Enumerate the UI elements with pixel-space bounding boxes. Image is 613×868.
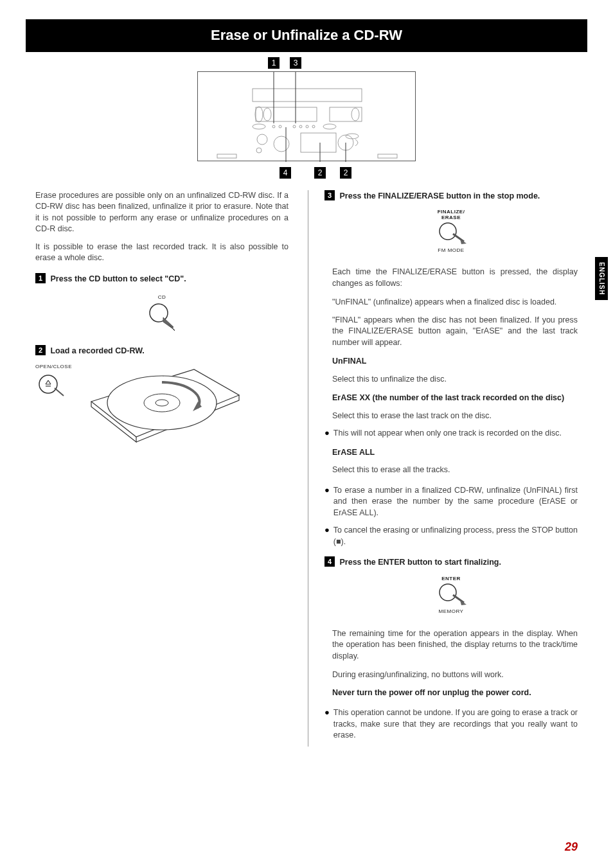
step3-p3: "FINAL" appears when the disc has not be… bbox=[332, 315, 578, 349]
svg-point-11 bbox=[306, 125, 308, 128]
callout-2a: 2 bbox=[314, 167, 326, 179]
page-title: Erase or Unfinalize a CD-RW bbox=[26, 19, 587, 52]
step4-p1: The remaining time for the operation app… bbox=[332, 628, 578, 662]
step3-num: 3 bbox=[324, 190, 335, 200]
svg-rect-20 bbox=[217, 154, 236, 158]
step4-p2: During erasing/unfinalizing, no buttons … bbox=[332, 669, 578, 681]
svg-rect-17 bbox=[301, 133, 336, 152]
step3-title: Press the FINALIZE/ERASE button in the s… bbox=[339, 191, 540, 200]
step1-num: 1 bbox=[35, 273, 46, 283]
bullet-icon: ● bbox=[324, 428, 330, 439]
step3-illus: FINALIZE/ ERASE FM MODE bbox=[324, 208, 578, 255]
svg-point-16 bbox=[256, 148, 262, 153]
step1-illus: CD bbox=[35, 291, 289, 333]
svg-point-6 bbox=[253, 124, 265, 129]
bullet-icon: ● bbox=[324, 707, 330, 741]
erasexx-bullet: This will not appear when only one track… bbox=[333, 428, 562, 439]
page-number: 29 bbox=[565, 839, 578, 855]
enter-label-top: ENTER bbox=[432, 575, 470, 582]
step4-num: 4 bbox=[324, 556, 335, 567]
svg-point-34 bbox=[440, 584, 456, 601]
step4-illus: ENTER MEMORY bbox=[324, 575, 578, 617]
callout-4: 4 bbox=[280, 167, 291, 179]
device-diagram: 1 3 bbox=[0, 71, 613, 164]
svg-point-33 bbox=[440, 223, 456, 240]
eraseall-title: ErASE ALL bbox=[332, 447, 578, 459]
svg-rect-21 bbox=[378, 154, 397, 158]
step2-num: 2 bbox=[35, 345, 46, 355]
step3-p1: Each time the FINALIZE/ERASE button is p… bbox=[332, 267, 578, 289]
language-tab: ENGLISH bbox=[595, 257, 608, 300]
finalize-button-icon bbox=[432, 221, 470, 247]
intro-p1: Erase procedures are possible only on an… bbox=[35, 190, 289, 235]
unfinal-title: UnFINAL bbox=[332, 356, 578, 368]
svg-point-3 bbox=[255, 107, 263, 122]
memory-label: MEMORY bbox=[432, 608, 470, 615]
step4-bullet: This operation cannot be undone. If you … bbox=[333, 707, 578, 741]
step2-illus: OPEN/CLOSE bbox=[35, 363, 289, 466]
svg-point-15 bbox=[274, 136, 289, 152]
step3-p2: "UnFINAL" (unfinalize) appears when a fi… bbox=[332, 297, 578, 308]
erasexx-title: ErASE XX (the number of the last track r… bbox=[332, 393, 578, 404]
svg-point-9 bbox=[293, 125, 296, 128]
svg-point-12 bbox=[312, 125, 315, 128]
svg-point-5 bbox=[351, 108, 359, 121]
erasexx-desc: Select this to erase the last track on t… bbox=[332, 411, 578, 422]
step2-title: Load a recorded CD-RW. bbox=[50, 346, 144, 355]
intro-p2: It is possible to erase the last recorde… bbox=[35, 242, 289, 264]
svg-point-14 bbox=[257, 134, 267, 145]
step1-title: Press the CD button to select "CD". bbox=[50, 274, 186, 283]
cd-button-icon bbox=[143, 301, 181, 333]
callout-3: 3 bbox=[290, 57, 301, 69]
device-front-panel bbox=[198, 72, 416, 162]
svg-point-7 bbox=[272, 125, 275, 128]
svg-rect-0 bbox=[253, 89, 362, 102]
bullet-icon: ● bbox=[324, 525, 330, 547]
cd-label: CD bbox=[143, 294, 181, 301]
step4-warn: Never turn the power off nor unplug the … bbox=[332, 687, 578, 699]
step3-bullet2: To cancel the erasing or unfinalizing pr… bbox=[333, 525, 578, 547]
svg-point-2 bbox=[263, 108, 271, 121]
step3-bullet1: To erase a number in a finalized CD-RW, … bbox=[333, 485, 578, 519]
left-column: Erase procedures are possible only on an… bbox=[35, 190, 289, 747]
svg-point-10 bbox=[299, 125, 302, 128]
unfinal-desc: Select this to unfinalize the disc. bbox=[332, 374, 578, 385]
right-column: 3 Press the FINALIZE/ERASE button in the… bbox=[308, 190, 578, 747]
eraseall-desc: Select this to erase all the tracks. bbox=[332, 465, 578, 476]
open-close-label: OPEN/CLOSE bbox=[35, 363, 72, 370]
callout-1: 1 bbox=[268, 57, 280, 69]
svg-rect-4 bbox=[330, 107, 362, 121]
eject-button-icon bbox=[35, 370, 67, 402]
bullet-icon: ● bbox=[324, 485, 330, 519]
fm-mode-label: FM MODE bbox=[432, 247, 470, 254]
enter-button-icon bbox=[432, 582, 470, 608]
svg-point-8 bbox=[279, 125, 281, 128]
svg-point-13 bbox=[323, 124, 336, 129]
callout-2b: 2 bbox=[340, 167, 351, 179]
disc-tray-icon bbox=[78, 363, 245, 466]
step4-title: Press the ENTER button to start finalizi… bbox=[339, 558, 501, 567]
